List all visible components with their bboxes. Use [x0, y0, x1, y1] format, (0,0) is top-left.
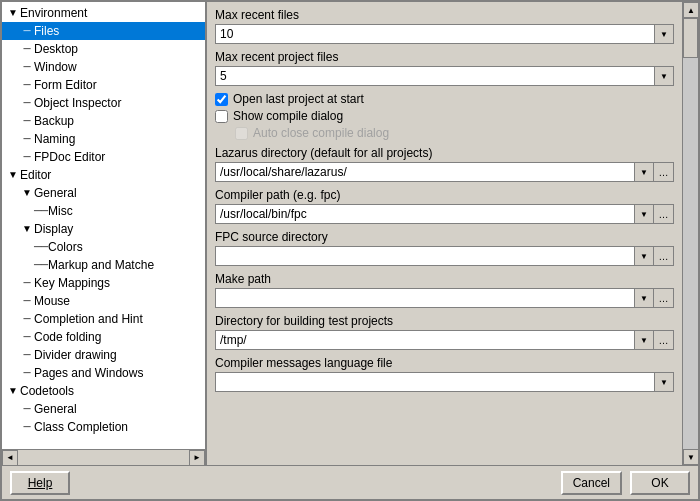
tree-item-pages-and-windows[interactable]: ─Pages and Windows [2, 364, 205, 382]
scroll-h-track [18, 450, 189, 465]
tree-expander: ─ [20, 113, 34, 129]
make-path-browse[interactable]: … [654, 288, 674, 308]
compiler-messages-dropdown[interactable]: ▼ [654, 372, 674, 392]
tree-expander: ─ [20, 41, 34, 57]
lazarus-dir-browse[interactable]: … [654, 162, 674, 182]
tree-expander: ─ [20, 149, 34, 165]
tree-item-label: Window [34, 59, 205, 75]
scroll-left-btn[interactable]: ◄ [2, 450, 18, 466]
scroll-right-btn[interactable]: ► [189, 450, 205, 466]
tree-item-form-editor[interactable]: ─Form Editor [2, 76, 205, 94]
tree-item-desktop[interactable]: ─Desktop [2, 40, 205, 58]
lazarus-dir-input[interactable] [215, 162, 634, 182]
lazarus-dir-label: Lazarus directory (default for all proje… [215, 146, 674, 160]
auto-close-checkbox[interactable] [235, 127, 248, 140]
tree-expander: ── [34, 239, 48, 255]
tree-item-divider-drawing[interactable]: ─Divider drawing [2, 346, 205, 364]
tree-expander[interactable]: ▼ [6, 5, 20, 21]
tree-expander: ─ [20, 419, 34, 435]
tree-item-colors[interactable]: ──Colors [2, 238, 205, 256]
tree-item-class-completion[interactable]: ─Class Completion [2, 418, 205, 436]
max-recent-files-label: Max recent files [215, 8, 674, 22]
tree-expander: ─ [20, 311, 34, 327]
show-compile-checkbox[interactable] [215, 110, 228, 123]
compiler-messages-row: Compiler messages language file ▼ [215, 356, 674, 392]
tree-item-environment[interactable]: ▼Environment [2, 4, 205, 22]
fpc-source-browse[interactable]: … [654, 246, 674, 266]
scroll-down-arrow[interactable]: ▼ [683, 449, 698, 465]
tree-item-label: General [34, 401, 205, 417]
tree-item-general2[interactable]: ─General [2, 400, 205, 418]
make-path-dropdown[interactable]: ▼ [634, 288, 654, 308]
max-recent-project-dropdown[interactable]: ▼ [654, 66, 674, 86]
tree-item-label: FPDoc Editor [34, 149, 205, 165]
compiler-path-label: Compiler path (e.g. fpc) [215, 188, 674, 202]
tree-panel: ▼Environment─Files─Desktop─Window─Form E… [2, 2, 207, 465]
ok-button[interactable]: OK [630, 471, 690, 495]
auto-close-label: Auto close compile dialog [253, 126, 389, 140]
tree-item-key-mappings[interactable]: ─Key Mappings [2, 274, 205, 292]
tree-item-window[interactable]: ─Window [2, 58, 205, 76]
tree-item-label: Codetools [20, 383, 205, 399]
tree-item-mouse[interactable]: ─Mouse [2, 292, 205, 310]
show-compile-row: Show compile dialog [215, 109, 674, 123]
tree-expander: ─ [20, 293, 34, 309]
tree-item-files[interactable]: ─Files [2, 22, 205, 40]
tree-expander[interactable]: ▼ [6, 383, 20, 399]
cancel-button[interactable]: Cancel [561, 471, 622, 495]
scroll-track[interactable] [683, 18, 698, 449]
bottom-right-buttons: Cancel OK [561, 471, 690, 495]
lazarus-dir-dropdown[interactable]: ▼ [634, 162, 654, 182]
settings-tree[interactable]: ▼Environment─Files─Desktop─Window─Form E… [2, 2, 205, 449]
tree-horizontal-scrollbar[interactable]: ◄ ► [2, 449, 205, 465]
max-recent-files-dropdown[interactable]: ▼ [654, 24, 674, 44]
fpc-source-input[interactable] [215, 246, 634, 266]
tree-item-label: Key Mappings [34, 275, 205, 291]
tree-item-backup[interactable]: ─Backup [2, 112, 205, 130]
fpc-source-label: FPC source directory [215, 230, 674, 244]
tree-expander[interactable]: ▼ [6, 167, 20, 183]
max-recent-files-input[interactable] [215, 24, 654, 44]
tree-item-markup-and-matches[interactable]: ──Markup and Matche [2, 256, 205, 274]
tree-item-object-inspector[interactable]: ─Object Inspector [2, 94, 205, 112]
make-path-label: Make path [215, 272, 674, 286]
tree-item-completion-and-hints[interactable]: ─Completion and Hint [2, 310, 205, 328]
tree-item-naming[interactable]: ─Naming [2, 130, 205, 148]
tree-item-codetools[interactable]: ▼Codetools [2, 382, 205, 400]
tree-expander: ─ [20, 329, 34, 345]
compiler-path-dropdown[interactable]: ▼ [634, 204, 654, 224]
dir-building-browse[interactable]: … [654, 330, 674, 350]
tree-item-label: Code folding [34, 329, 205, 345]
compiler-messages-input[interactable] [215, 372, 654, 392]
dir-building-input[interactable] [215, 330, 634, 350]
max-recent-project-files-label: Max recent project files [215, 50, 674, 64]
dir-building-dropdown[interactable]: ▼ [634, 330, 654, 350]
scroll-thumb[interactable] [683, 18, 698, 58]
max-recent-project-files-input[interactable] [215, 66, 654, 86]
tree-item-misc[interactable]: ──Misc [2, 202, 205, 220]
right-vertical-scrollbar: ▲ ▼ [682, 2, 698, 465]
tree-expander: ▼ [20, 185, 34, 201]
tree-item-display[interactable]: ▼Display [2, 220, 205, 238]
tree-item-code-folding[interactable]: ─Code folding [2, 328, 205, 346]
help-button[interactable]: Help [10, 471, 70, 495]
make-path-input[interactable] [215, 288, 634, 308]
scroll-up-arrow[interactable]: ▲ [683, 2, 698, 18]
compiler-path-browse[interactable]: … [654, 204, 674, 224]
tree-expander: ─ [20, 95, 34, 111]
compiler-path-input[interactable] [215, 204, 634, 224]
tree-item-label: Desktop [34, 41, 205, 57]
open-last-project-checkbox[interactable] [215, 93, 228, 106]
tree-item-label: Environment [20, 5, 205, 21]
tree-item-editor[interactable]: ▼Editor [2, 166, 205, 184]
dir-building-label: Directory for building test projects [215, 314, 674, 328]
tree-item-label: Pages and Windows [34, 365, 205, 381]
tree-item-label: Naming [34, 131, 205, 147]
tree-expander: ── [34, 257, 48, 273]
fpc-source-dropdown[interactable]: ▼ [634, 246, 654, 266]
tree-expander: ─ [20, 347, 34, 363]
tree-item-general[interactable]: ▼General [2, 184, 205, 202]
tree-expander: ─ [20, 275, 34, 291]
tree-expander: ─ [20, 131, 34, 147]
tree-item-fpdoc-editor[interactable]: ─FPDoc Editor [2, 148, 205, 166]
